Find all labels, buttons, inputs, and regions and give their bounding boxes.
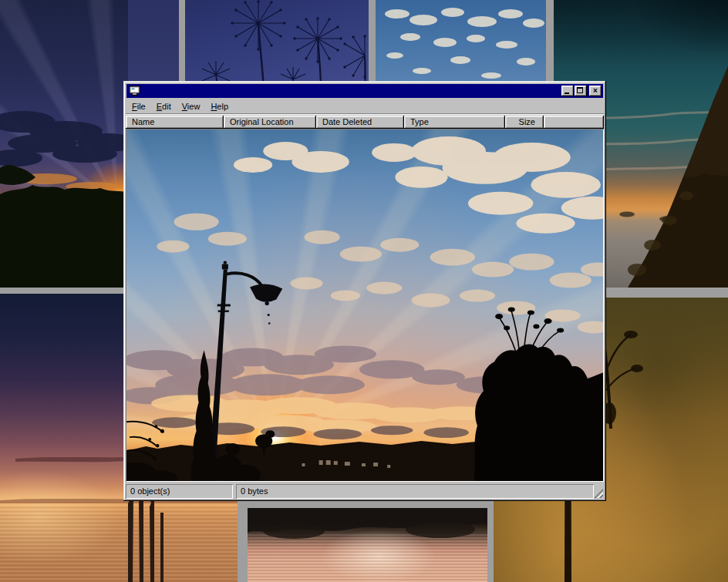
maximize-button[interactable]	[575, 86, 587, 96]
column-header-type[interactable]: Type	[404, 116, 505, 129]
cloud-sky-clouds-graphic	[376, 0, 546, 89]
maximize-icon	[577, 87, 583, 93]
menu-file[interactable]: File	[126, 100, 151, 113]
status-object-count: 0 object(s)	[126, 484, 233, 499]
right-trees-silhouette	[474, 307, 603, 481]
menu-view[interactable]: View	[177, 100, 206, 113]
photo-tile-dill-silhouette	[185, 0, 369, 89]
computer-icon	[129, 86, 140, 96]
column-header-date-deleted[interactable]: Date Deleted	[316, 116, 404, 129]
minimize-button[interactable]	[561, 86, 574, 96]
menu-edit[interactable]: Edit	[151, 100, 177, 113]
close-button[interactable]: ×	[589, 86, 602, 96]
column-header-filler	[544, 116, 604, 129]
column-header-size[interactable]: Size	[505, 116, 544, 129]
column-header-row: Name Original Location Date Deleted Type…	[126, 116, 604, 129]
folder-background-photo	[126, 130, 603, 481]
dill-silhouette-graphic	[185, 0, 369, 89]
reflection-trees-graphic	[248, 508, 487, 582]
column-header-original-location[interactable]: Original Location	[224, 116, 316, 129]
sunset-scene-graphic	[126, 130, 603, 481]
photo-tile-water-reflection	[248, 508, 487, 582]
sunburst-silhouette-graphic	[0, 0, 128, 288]
status-size: 0 bytes	[236, 484, 594, 499]
desktop: × File Edit View Help Name Original Loca…	[0, 0, 728, 582]
minimize-icon	[565, 93, 569, 94]
menu-divider	[126, 113, 604, 115]
titlebar[interactable]: ×	[126, 84, 603, 98]
status-bar: 0 object(s) 0 bytes	[126, 484, 604, 499]
photo-tile-cloud-sky	[376, 0, 546, 89]
menu-bar: File Edit View Help	[126, 99, 604, 113]
column-header-name[interactable]: Name	[126, 116, 224, 129]
close-icon: ×	[593, 87, 598, 95]
recycle-bin-window: × File Edit View Help Name Original Loca…	[123, 81, 606, 501]
photo-tile-sunburst-dusk	[0, 0, 128, 288]
file-list-area[interactable]	[126, 129, 604, 482]
bright-clouds	[234, 136, 603, 234]
resize-grip[interactable]	[594, 484, 604, 499]
menu-help[interactable]: Help	[205, 100, 234, 113]
